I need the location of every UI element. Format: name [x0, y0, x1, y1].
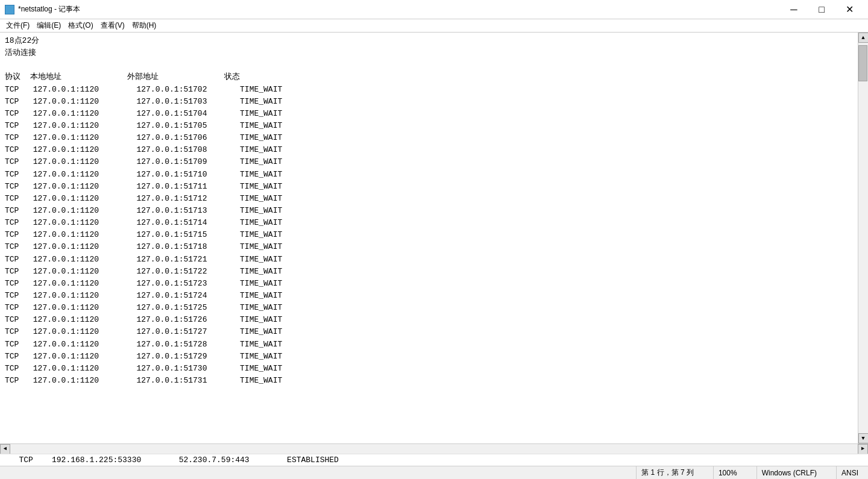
- line-ending: Windows (CRLF): [756, 466, 822, 479]
- charset: ANSI: [836, 466, 863, 479]
- scroll-left-button[interactable]: ◄: [0, 444, 10, 454]
- menu-view[interactable]: 查看(V): [97, 19, 128, 32]
- vertical-scrollbar[interactable]: ▲ ▼: [858, 33, 868, 443]
- horizontal-scrollbar[interactable]: ◄ ►: [0, 443, 868, 454]
- zoom-level: 100%: [713, 466, 742, 479]
- menu-edit[interactable]: 编辑(E): [33, 19, 64, 32]
- scroll-down-button[interactable]: ▼: [858, 433, 869, 443]
- menu-bar: 文件(F) 编辑(E) 格式(O) 查看(V) 帮助(H): [0, 19, 868, 33]
- title-bar-controls: ─ □ ✕: [780, 0, 863, 19]
- close-button[interactable]: ✕: [835, 0, 863, 19]
- menu-format[interactable]: 格式(O): [64, 19, 96, 32]
- window-title: *netstatlog - 记事本: [18, 4, 80, 14]
- cursor-position: 第 1 行，第 7 列: [636, 466, 699, 479]
- menu-file[interactable]: 文件(F): [2, 19, 33, 32]
- bottom-peek-line: TCP 192.168.1.225:53330 52.230.7.59:443 …: [0, 454, 868, 466]
- status-bar: 第 1 行，第 7 列 100% Windows (CRLF) ANSI: [0, 466, 868, 479]
- scroll-up-button[interactable]: ▲: [858, 33, 869, 43]
- text-editor[interactable]: 18点22分 活动连接 协议 本地地址 外部地址 状态 TCP 127.0.0.…: [0, 33, 858, 443]
- title-bar: *netstatlog - 记事本 ─ □ ✕: [0, 0, 868, 19]
- h-scroll-track: [10, 444, 858, 454]
- maximize-button[interactable]: □: [808, 0, 835, 19]
- scroll-track: [858, 43, 869, 433]
- menu-help[interactable]: 帮助(H): [128, 19, 160, 32]
- content-area: 18点22分 活动连接 协议 本地地址 外部地址 状态 TCP 127.0.0.…: [0, 33, 868, 443]
- scroll-right-button[interactable]: ►: [858, 444, 868, 454]
- notepad-icon: [5, 5, 14, 14]
- title-bar-left: *netstatlog - 记事本: [5, 4, 80, 14]
- scroll-thumb[interactable]: [858, 45, 867, 81]
- minimize-button[interactable]: ─: [780, 0, 808, 19]
